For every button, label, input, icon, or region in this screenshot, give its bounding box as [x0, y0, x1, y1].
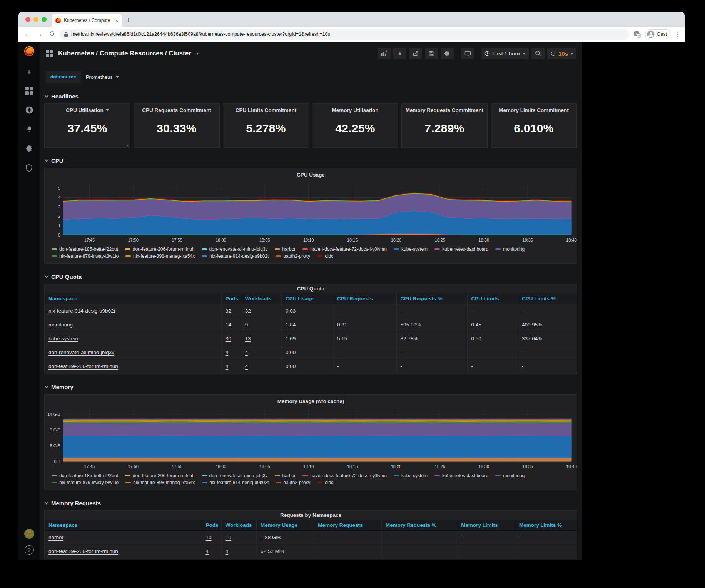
section-memory-requests[interactable]: Memory Requests — [45, 499, 576, 507]
legend-item[interactable]: nlx-feature-879-inway-t8w1io — [52, 253, 119, 259]
legend-item[interactable]: don-renovate-all-mino-jblq3v — [202, 247, 268, 252]
column-header[interactable]: Namespace — [45, 520, 202, 531]
legend-item[interactable]: haven-docs-feature-72-docs-i-y0lvnm — [302, 473, 387, 478]
star-button[interactable]: ★ — [393, 48, 406, 59]
column-header[interactable]: Pods — [202, 520, 221, 531]
legend-item[interactable]: don-feature-206-forum-rmlnuh — [125, 247, 195, 252]
namespace-link[interactable]: monitoring — [45, 318, 221, 332]
reload-icon[interactable] — [47, 30, 57, 38]
legend-item[interactable]: oidc — [317, 253, 333, 259]
legend-item[interactable]: nlx-feature-879-inway-t8w1io — [52, 480, 119, 485]
table-cell[interactable]: 10 — [221, 531, 256, 545]
namespace-link[interactable]: don-renovate-all-mino-jblq3v — [45, 346, 221, 360]
table-cell[interactable]: 30 — [221, 332, 241, 346]
panel-menu-caret-icon[interactable] — [106, 109, 109, 111]
column-header[interactable]: Workloads — [221, 520, 256, 531]
section-cpu-quota[interactable]: CPU Quota — [45, 272, 576, 281]
dashboard-title-group[interactable]: Kubernetes / Compute Resources / Cluster — [46, 50, 199, 57]
translate-icon[interactable]: a A — [634, 31, 641, 38]
table-cell[interactable]: 32 — [241, 304, 281, 318]
panel-resize-handle[interactable] — [125, 143, 129, 147]
legend-item[interactable]: kube-system — [394, 247, 428, 252]
legend-item[interactable]: monitoring — [495, 247, 525, 252]
explore-icon[interactable] — [25, 105, 34, 115]
legend-item[interactable]: monitoring — [495, 473, 525, 478]
dashboards-icon[interactable] — [25, 86, 34, 95]
table-cell[interactable]: 14 — [221, 318, 241, 332]
add-icon[interactable]: ＋ — [25, 67, 34, 76]
settings-gear-icon[interactable] — [25, 144, 34, 153]
stat-panel-cpu-limits-commitment[interactable]: CPU Limits Commitment 5.278% — [223, 103, 309, 148]
cpu-usage-panel[interactable]: CPU Usage 17:4517:5017:5518:0018:0518:10… — [44, 168, 577, 264]
stat-panel-memory-limits-commitment[interactable]: Memory Limits Commitment 6.010% — [491, 103, 577, 148]
table-cell[interactable]: 4 — [221, 346, 241, 360]
legend-item[interactable]: oauth2-proxy — [276, 253, 310, 259]
maximize-window-button[interactable] — [42, 17, 47, 22]
legend-item[interactable]: don-feature-185-bette-l22but — [52, 473, 118, 478]
user-avatar[interactable]: H — [24, 528, 35, 539]
column-header[interactable]: Memory Limits % — [515, 520, 577, 531]
save-button[interactable] — [425, 48, 438, 59]
table-cell[interactable]: 10 — [202, 531, 221, 545]
namespace-link[interactable]: nlx-feature-914-desig-u9b02t — [45, 304, 221, 318]
memory-requests-panel[interactable]: Requests by Namespace NamespacePodsWorkl… — [44, 510, 577, 559]
refresh-button[interactable]: 10s — [547, 48, 576, 59]
namespace-link[interactable]: don-feature-206-forum-rmlnuh — [45, 545, 202, 558]
address-bar[interactable]: metrics.nlx.reviews/d/efa86fd1d0c121a264… — [59, 29, 629, 40]
time-picker-button[interactable]: Last 1 hour — [481, 48, 529, 59]
column-header[interactable]: CPU Limits % — [518, 293, 577, 304]
stat-panel-cpu-requests-commitment[interactable]: CPU Requests Commitment 30.33% — [134, 103, 220, 148]
section-memory[interactable]: Memory — [45, 383, 576, 391]
namespace-link[interactable]: kube-system — [45, 332, 221, 346]
stat-panel-cpu-utilisation[interactable]: CPU Utilisation 37.45% — [44, 103, 130, 148]
legend-item[interactable]: oauth2-proxy — [276, 480, 310, 485]
legend-item[interactable]: don-renovate-all-mino-jblq3v — [202, 473, 268, 478]
column-header[interactable]: CPU Limits — [467, 293, 518, 304]
cpu-quota-panel[interactable]: CPU Quota NamespacePodsWorkloadsCPU Usag… — [44, 284, 577, 374]
back-icon[interactable]: ← — [22, 31, 32, 38]
table-cell[interactable]: 4 — [221, 545, 256, 558]
zoom-out-button[interactable] — [531, 48, 545, 59]
section-headlines[interactable]: Headlines — [45, 92, 576, 100]
legend-item[interactable]: kubernetes-dashboard — [434, 473, 488, 478]
stat-panel-memory-requests-commitment[interactable]: Memory Requests Commitment 7.289% — [401, 103, 488, 148]
namespace-link[interactable]: harbor — [45, 531, 202, 545]
legend-item[interactable]: harbor — [275, 247, 296, 252]
legend-item[interactable]: nlx-feature-898-manag-ixa54x — [125, 253, 195, 259]
legend-item[interactable]: oidc — [317, 480, 333, 485]
column-header[interactable]: Workloads — [241, 293, 281, 304]
browser-tab[interactable]: Kubernetes / Compute Resource × — [52, 14, 122, 27]
profile-button[interactable]: Gast — [645, 29, 671, 39]
new-tab-button[interactable]: + — [122, 16, 130, 27]
legend-item[interactable]: nlx-feature-914-desig-u9b02t — [202, 253, 269, 259]
stat-panel-memory-utilisation[interactable]: Memory Utilisation 42.25% — [312, 103, 398, 148]
legend-item[interactable]: haven-docs-feature-72-docs-i-y0lvnm — [302, 247, 387, 252]
minimize-window-button[interactable] — [33, 17, 38, 22]
memory-usage-panel[interactable]: Memory Usage (w/o cache) 17:4517:5017:55… — [44, 394, 577, 490]
table-cell[interactable]: 4 — [241, 346, 281, 360]
add-panel-button[interactable] — [378, 48, 391, 59]
tv-mode-button[interactable] — [461, 48, 474, 59]
legend-item[interactable]: kubernetes-dashboard — [434, 247, 488, 252]
table-cell[interactable]: 13 — [241, 332, 281, 346]
table-cell[interactable]: 9 — [241, 318, 281, 332]
column-header[interactable]: Namespace — [45, 293, 221, 304]
column-header[interactable]: Pods — [221, 293, 241, 304]
browser-menu-icon[interactable]: ⋮ — [675, 31, 681, 38]
datasource-select[interactable]: Prometheus — [81, 71, 124, 83]
legend-item[interactable]: don-feature-206-forum-rmlnuh — [125, 473, 195, 478]
table-cell[interactable]: 4 — [241, 360, 281, 373]
section-cpu[interactable]: CPU — [45, 156, 576, 165]
close-tab-icon[interactable]: × — [114, 18, 119, 23]
share-button[interactable] — [409, 48, 422, 59]
legend-item[interactable]: don-feature-185-bette-l22but — [52, 247, 118, 252]
table-cell[interactable]: 4 — [202, 545, 221, 558]
table-cell[interactable]: 4 — [221, 360, 241, 373]
column-header[interactable]: CPU Usage — [281, 293, 333, 304]
grafana-logo[interactable] — [23, 45, 35, 57]
column-header[interactable]: CPU Requests — [333, 293, 397, 304]
legend-item[interactable]: nlx-feature-914-desig-u9b02t — [202, 480, 269, 485]
legend-item[interactable]: kube-system — [394, 473, 428, 478]
column-header[interactable]: Memory Usage — [256, 520, 314, 531]
close-window-button[interactable] — [25, 17, 30, 22]
